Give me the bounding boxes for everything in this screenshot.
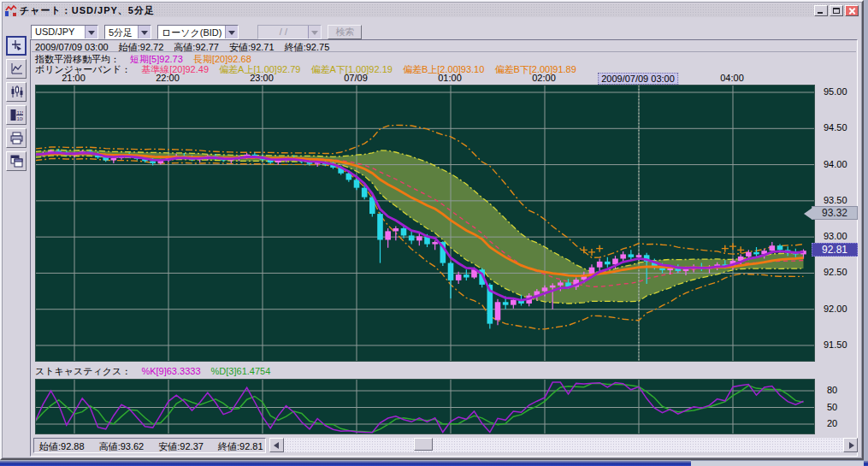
price-tick: 92.50 <box>824 267 847 277</box>
chevron-down-icon[interactable] <box>225 26 238 38</box>
price-tick: 93.50 <box>824 195 847 205</box>
candle-datetime: 2009/07/09 03:00 <box>35 42 109 52</box>
close-button[interactable] <box>845 5 859 16</box>
bottom-status-row: 始値:92.88 高値:93.62 安値:92.37 終値:92.81 <box>31 437 859 454</box>
arrow-right-icon <box>849 442 854 449</box>
time-tick: 01:00 <box>438 73 462 83</box>
line-chart-tool-button[interactable] <box>6 59 27 79</box>
maximize-button[interactable] <box>830 5 843 16</box>
candle-high: 高値:92.77 <box>174 42 219 52</box>
price-tick: 92.00 <box>824 304 847 314</box>
chevron-down-icon[interactable] <box>138 26 151 38</box>
search-button[interactable]: 検索 <box>328 25 362 39</box>
toolbar: USD/JPY 5分足 ローソク(BID) / / 検索 <box>31 24 362 39</box>
side-toolbar: 115 100 <box>6 36 28 171</box>
rate-marker-tag[interactable]: 93.32 <box>812 206 858 220</box>
chart-type-value: ローソク(BID) <box>158 26 225 38</box>
stoch-tick: 20 <box>827 418 837 428</box>
printer-icon <box>10 132 23 145</box>
chart-panel: 2009/07/09 03:00 始値:92.72 高値:92.77 安値:92… <box>30 39 858 457</box>
time-axis: 21:0022:0023:0007/0901:0002:002009/07/09… <box>31 73 859 85</box>
scrollbar-thumb[interactable] <box>414 438 433 451</box>
price-tick: 93.00 <box>824 231 847 241</box>
svg-text:100: 100 <box>16 116 23 121</box>
stoch-tick: 80 <box>827 385 837 395</box>
scroll-left-button[interactable] <box>269 438 284 452</box>
chart-type-select[interactable]: ローソク(BID) <box>157 25 239 39</box>
svg-text:115: 115 <box>16 110 23 115</box>
main-chart[interactable] <box>35 85 815 362</box>
minimize-button[interactable] <box>814 5 828 16</box>
date-input[interactable]: / / <box>257 25 322 39</box>
candlestick-tool-button[interactable] <box>6 82 27 102</box>
time-tick-selected: 2009/07/09 03:00 <box>598 73 678 85</box>
range-high: 高値:93.62 <box>99 441 145 451</box>
chevron-down-icon[interactable] <box>85 26 97 38</box>
candle-close: 終値:92.75 <box>285 42 330 52</box>
ema-info-row: 指数平滑移動平均： 短期[5]92.73 長期[20]92.68 <box>32 53 856 63</box>
currency-pair-value: USD/JPY <box>32 26 85 38</box>
copy-window-tool-button[interactable] <box>6 151 27 171</box>
crosshair-cursor-icon <box>10 39 23 52</box>
stochastics-label: ストキャスティクス： <box>35 366 131 376</box>
time-tick: 21:00 <box>62 73 86 83</box>
range-low: 安値:92.37 <box>158 441 204 451</box>
range-ohlc-box: 始値:92.88 高値:93.62 安値:92.37 終値:92.81 <box>33 438 266 453</box>
price-tick: 91.50 <box>824 339 847 350</box>
time-tick: 22:00 <box>156 73 180 83</box>
window-title: チャート：USD/JPY、5分足 <box>20 4 155 17</box>
candle-low: 安値:92.71 <box>229 42 275 52</box>
timeframe-select[interactable]: 5分足 <box>104 25 151 39</box>
candlestick-icon <box>10 86 23 98</box>
stochastics-k-value: %K[9]63.3333 <box>141 366 200 376</box>
timeframe-value: 5分足 <box>105 26 138 38</box>
price-tick: 94.50 <box>824 122 847 133</box>
minimize-icon <box>818 12 823 14</box>
stochastics-axis: 805020 <box>815 379 858 434</box>
price-digits-tool-button[interactable]: 115 100 <box>6 105 27 125</box>
time-tick: 23:00 <box>250 73 274 83</box>
price-tick: 95.00 <box>824 86 847 97</box>
stochastics-d-value: %D[3]61.4754 <box>211 366 271 376</box>
stochastics-chart[interactable] <box>35 379 815 434</box>
scrollbar-track[interactable] <box>284 438 843 452</box>
stochastics-info-row: ストキャスティクス： %K[9]63.3333 %D[3]61.4754 <box>32 365 278 377</box>
price-digits-icon: 115 100 <box>10 109 23 121</box>
titlebar[interactable]: チャート：USD/JPY、5分足 <box>4 3 859 17</box>
candle-open: 始値:92.72 <box>119 42 164 52</box>
range-close: 終値:92.81 <box>218 441 263 451</box>
horizontal-scrollbar[interactable] <box>269 438 858 452</box>
date-placeholder: / / <box>258 26 308 38</box>
price-tick: 94.00 <box>824 159 847 169</box>
arrow-left-icon <box>274 442 279 449</box>
maximize-icon <box>833 8 840 14</box>
print-tool-button[interactable] <box>6 128 27 148</box>
copy-window-icon <box>10 155 23 168</box>
scroll-right-button[interactable] <box>843 438 858 452</box>
range-open: 始値:92.88 <box>39 441 85 451</box>
price-axis: 95.0094.5094.0093.5093.0092.5092.0091.50 <box>815 85 858 362</box>
candle-info-row: 2009/07/09 03:00 始値:92.72 高値:92.77 安値:92… <box>32 41 856 52</box>
line-chart-icon <box>10 62 23 75</box>
chart-window: チャート：USD/JPY、5分足 USD/JPY 5分足 ローソク(BID) <box>0 0 864 460</box>
chevron-down-icon <box>308 26 321 38</box>
stoch-tick: 50 <box>827 402 837 412</box>
time-tick: 02:00 <box>532 73 556 83</box>
cursor-tool-button[interactable] <box>6 36 27 56</box>
ime-toolbar-fragment <box>691 460 864 466</box>
time-tick: 07/09 <box>344 73 368 83</box>
last-price-tag: 92.81 <box>812 243 858 257</box>
currency-pair-select[interactable]: USD/JPY <box>31 25 98 39</box>
time-tick: 04:00 <box>720 73 744 83</box>
app-icon <box>5 5 17 16</box>
